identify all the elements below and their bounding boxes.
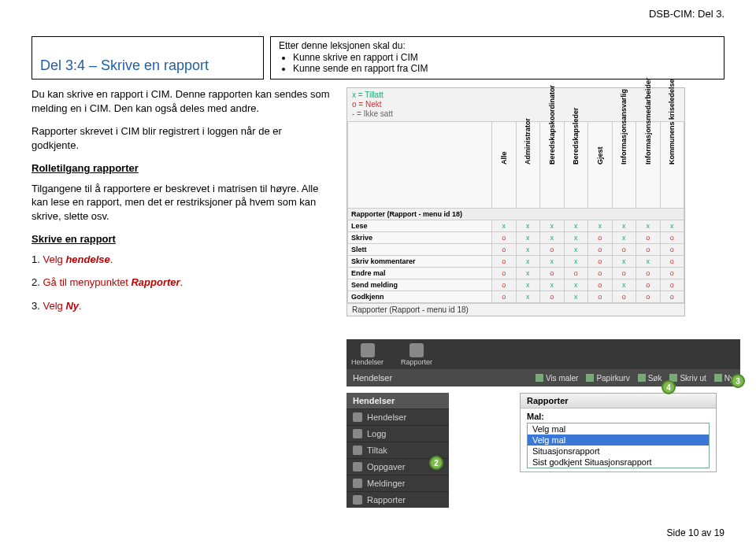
mal-option[interactable]: Sist godkjent Situasjonsrapport [528, 457, 709, 468]
tab-label: Rapporter [401, 358, 432, 366]
measures-icon [353, 446, 362, 455]
nav-label: Rapporter [367, 495, 406, 505]
tasks-icon [353, 462, 362, 471]
lesson-heading: Etter denne leksjonen skal du: [279, 40, 716, 51]
action-sok[interactable]: Søk [638, 374, 662, 383]
nav-label: Oppgaver [367, 462, 405, 471]
matrix-caption: Rapporter (Rapport - menu id 18) [347, 303, 684, 316]
rapporter-panel: Rapporter Mal: Velg mal Velg mal Situasj… [520, 393, 717, 472]
subheading: Skrive en rapport [32, 232, 116, 246]
tab-hendelser[interactable]: Hendelser [351, 343, 384, 366]
permissions-matrix: x = Tillatt o = Nekt - = Ikke satt AlleA… [346, 87, 685, 316]
step-verb: Velg [43, 300, 65, 312]
mal-option[interactable]: Situasjonsrapport [528, 446, 709, 457]
tab-label: Hendelser [351, 358, 384, 366]
messages-icon [353, 479, 362, 488]
lesson-objective-box: Etter denne leksjonen skal du: Kunne skr… [270, 36, 724, 80]
legend-unset: - = Ikke satt [352, 109, 393, 118]
legend-deny: o = Nekt [352, 100, 382, 109]
lesson-item: Kunne sende en rapport fra CIM [293, 63, 716, 74]
new-icon [714, 374, 722, 382]
paragraph: Rapporter skrevet i CIM blir registrert … [32, 124, 331, 152]
page-footer: Side 10 av 19 [667, 527, 724, 538]
nav-label: Hendelser [367, 412, 406, 422]
paragraph: Tilgangene til å rapportere er beskrevet… [32, 182, 331, 224]
hendelser-icon [361, 343, 375, 357]
step-verb: Velg [43, 253, 65, 265]
list-icon [353, 412, 362, 422]
reports-icon [353, 495, 362, 505]
mal-select[interactable]: Velg mal Velg mal Situasjonsrapport Sist… [527, 423, 710, 468]
paragraph: Du kan skrive en rapport i CIM. Denne ra… [32, 87, 331, 115]
breadcrumb: Hendelser [353, 373, 392, 383]
nav-item-rapporter[interactable]: Rapporter [346, 491, 449, 508]
action-vis-maler[interactable]: Vis maler [536, 374, 579, 383]
step-object: Ny [65, 300, 79, 312]
left-nav-title: Hendelser [346, 393, 449, 409]
step-tail: . [110, 253, 113, 265]
step-number: 3. [32, 300, 40, 312]
subheading: Rolletilgang rapporter [32, 161, 139, 176]
sub-toolbar: Hendelser Vis maler Papirkurv Søk Skriv … [346, 369, 740, 386]
callout-badge-4: 4 [662, 380, 676, 394]
step-verb: Gå til menypunktet [43, 276, 131, 288]
tab-rapporter[interactable]: Rapporter [401, 343, 432, 366]
nav-label: Tiltak [367, 446, 387, 455]
action-label: Vis maler [546, 374, 579, 383]
action-label: Papirkurv [596, 374, 629, 383]
callout-badge-2: 2 [429, 456, 443, 470]
search-icon [638, 374, 646, 382]
section-title-box: Del 3:4 – Skrive en rapport [32, 36, 264, 80]
step-item: 2. Gå til menypunktet Rapporter. [32, 276, 331, 290]
action-skriv-ut[interactable]: Skriv ut [669, 374, 706, 383]
step-tail: . [79, 300, 82, 312]
action-label: Skriv ut [680, 374, 706, 383]
step-object: hendelse [65, 253, 109, 265]
nav-label: Logg [367, 429, 386, 438]
step-item: 1. Velg hendelse. [32, 253, 331, 267]
nav-item-logg[interactable]: Logg [346, 425, 449, 442]
step-tail: . [180, 276, 183, 288]
trash-icon [586, 374, 594, 382]
template-icon [536, 374, 543, 382]
callout-badge-3: 3 [731, 374, 745, 388]
section-title: Del 3:4 – Skrive en rapport [40, 57, 209, 74]
rapporter-icon [410, 343, 424, 357]
nav-item-meldinger[interactable]: Meldinger [346, 475, 449, 491]
mal-label: Mal: [521, 409, 716, 421]
body-left-column: Du kan skrive en rapport i CIM. Denne ra… [32, 87, 346, 323]
step-object: Rapporter [131, 276, 180, 288]
nav-item-hendelser[interactable]: Hendelser [346, 409, 449, 425]
action-papirkurv[interactable]: Papirkurv [586, 374, 629, 383]
log-icon [353, 429, 362, 438]
step-number: 1. [32, 253, 40, 265]
lesson-item: Kunne skrive en rapport i CIM [293, 52, 716, 63]
step-number: 2. [32, 276, 40, 288]
step-item: 3. Velg Ny. [32, 299, 331, 313]
mal-option[interactable]: Velg mal [528, 423, 709, 435]
mal-option-selected[interactable]: Velg mal [528, 435, 709, 446]
action-label: Søk [648, 374, 662, 383]
doc-ref: DSB-CIM: Del 3. [649, 8, 724, 20]
panel-title: Rapporter [521, 394, 716, 409]
nav-label: Meldinger [367, 479, 405, 488]
app-top-toolbar: Hendelser Rapporter [346, 339, 740, 369]
left-nav-menu: Hendelser Hendelser Logg Tiltak Oppgaver… [346, 393, 449, 508]
legend-allow: x = Tillatt [352, 91, 384, 99]
